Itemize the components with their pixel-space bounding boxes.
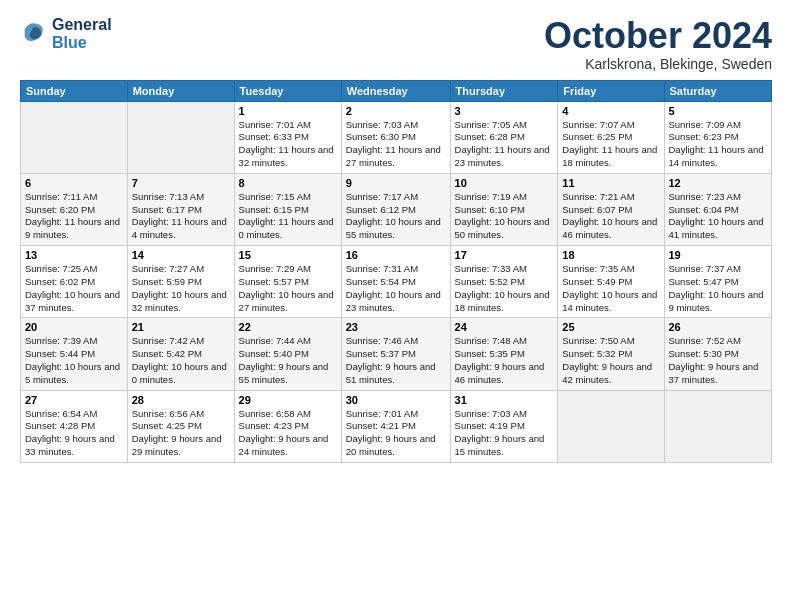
day-number: 21 <box>132 321 230 333</box>
calendar-cell: 20Sunrise: 7:39 AM Sunset: 5:44 PM Dayli… <box>21 318 128 390</box>
day-number: 5 <box>669 105 768 117</box>
col-saturday: Saturday <box>664 80 772 101</box>
day-info: Sunrise: 7:03 AM Sunset: 6:30 PM Dayligh… <box>346 119 446 170</box>
day-info: Sunrise: 7:50 AM Sunset: 5:32 PM Dayligh… <box>562 335 659 386</box>
title-block: October 2024 Karlskrona, Blekinge, Swede… <box>544 16 772 72</box>
day-info: Sunrise: 7:05 AM Sunset: 6:28 PM Dayligh… <box>455 119 554 170</box>
day-info: Sunrise: 7:44 AM Sunset: 5:40 PM Dayligh… <box>239 335 337 386</box>
logo: General Blue <box>20 16 112 51</box>
calendar-cell: 24Sunrise: 7:48 AM Sunset: 5:35 PM Dayli… <box>450 318 558 390</box>
day-number: 22 <box>239 321 337 333</box>
day-number: 19 <box>669 249 768 261</box>
day-number: 15 <box>239 249 337 261</box>
calendar-cell: 9Sunrise: 7:17 AM Sunset: 6:12 PM Daylig… <box>341 173 450 245</box>
calendar-table: Sunday Monday Tuesday Wednesday Thursday… <box>20 80 772 463</box>
calendar-cell <box>21 101 128 173</box>
day-info: Sunrise: 6:56 AM Sunset: 4:25 PM Dayligh… <box>132 408 230 459</box>
calendar-cell: 16Sunrise: 7:31 AM Sunset: 5:54 PM Dayli… <box>341 246 450 318</box>
day-number: 16 <box>346 249 446 261</box>
calendar-cell: 22Sunrise: 7:44 AM Sunset: 5:40 PM Dayli… <box>234 318 341 390</box>
day-number: 25 <box>562 321 659 333</box>
header: General Blue October 2024 Karlskrona, Bl… <box>20 16 772 72</box>
calendar-cell: 6Sunrise: 7:11 AM Sunset: 6:20 PM Daylig… <box>21 173 128 245</box>
page: General Blue October 2024 Karlskrona, Bl… <box>0 0 792 473</box>
calendar-cell: 8Sunrise: 7:15 AM Sunset: 6:15 PM Daylig… <box>234 173 341 245</box>
day-number: 27 <box>25 394 123 406</box>
day-info: Sunrise: 7:01 AM Sunset: 4:21 PM Dayligh… <box>346 408 446 459</box>
calendar-cell: 21Sunrise: 7:42 AM Sunset: 5:42 PM Dayli… <box>127 318 234 390</box>
day-number: 1 <box>239 105 337 117</box>
day-info: Sunrise: 7:35 AM Sunset: 5:49 PM Dayligh… <box>562 263 659 314</box>
day-info: Sunrise: 7:39 AM Sunset: 5:44 PM Dayligh… <box>25 335 123 386</box>
day-info: Sunrise: 7:03 AM Sunset: 4:19 PM Dayligh… <box>455 408 554 459</box>
calendar-cell: 5Sunrise: 7:09 AM Sunset: 6:23 PM Daylig… <box>664 101 772 173</box>
day-info: Sunrise: 7:07 AM Sunset: 6:25 PM Dayligh… <box>562 119 659 170</box>
calendar-cell: 23Sunrise: 7:46 AM Sunset: 5:37 PM Dayli… <box>341 318 450 390</box>
day-info: Sunrise: 7:21 AM Sunset: 6:07 PM Dayligh… <box>562 191 659 242</box>
calendar-cell: 19Sunrise: 7:37 AM Sunset: 5:47 PM Dayli… <box>664 246 772 318</box>
day-info: Sunrise: 7:11 AM Sunset: 6:20 PM Dayligh… <box>25 191 123 242</box>
day-number: 2 <box>346 105 446 117</box>
calendar-cell: 26Sunrise: 7:52 AM Sunset: 5:30 PM Dayli… <box>664 318 772 390</box>
header-row: Sunday Monday Tuesday Wednesday Thursday… <box>21 80 772 101</box>
day-number: 3 <box>455 105 554 117</box>
week-row: 13Sunrise: 7:25 AM Sunset: 6:02 PM Dayli… <box>21 246 772 318</box>
day-info: Sunrise: 7:17 AM Sunset: 6:12 PM Dayligh… <box>346 191 446 242</box>
day-number: 4 <box>562 105 659 117</box>
day-number: 6 <box>25 177 123 189</box>
col-thursday: Thursday <box>450 80 558 101</box>
week-row: 6Sunrise: 7:11 AM Sunset: 6:20 PM Daylig… <box>21 173 772 245</box>
day-info: Sunrise: 7:46 AM Sunset: 5:37 PM Dayligh… <box>346 335 446 386</box>
day-info: Sunrise: 7:37 AM Sunset: 5:47 PM Dayligh… <box>669 263 768 314</box>
col-tuesday: Tuesday <box>234 80 341 101</box>
day-number: 7 <box>132 177 230 189</box>
col-friday: Friday <box>558 80 664 101</box>
day-info: Sunrise: 7:25 AM Sunset: 6:02 PM Dayligh… <box>25 263 123 314</box>
day-number: 24 <box>455 321 554 333</box>
day-info: Sunrise: 7:19 AM Sunset: 6:10 PM Dayligh… <box>455 191 554 242</box>
week-row: 1Sunrise: 7:01 AM Sunset: 6:33 PM Daylig… <box>21 101 772 173</box>
day-info: Sunrise: 7:31 AM Sunset: 5:54 PM Dayligh… <box>346 263 446 314</box>
day-number: 11 <box>562 177 659 189</box>
calendar-cell: 31Sunrise: 7:03 AM Sunset: 4:19 PM Dayli… <box>450 390 558 462</box>
day-info: Sunrise: 7:23 AM Sunset: 6:04 PM Dayligh… <box>669 191 768 242</box>
day-info: Sunrise: 7:27 AM Sunset: 5:59 PM Dayligh… <box>132 263 230 314</box>
calendar-cell: 13Sunrise: 7:25 AM Sunset: 6:02 PM Dayli… <box>21 246 128 318</box>
day-number: 20 <box>25 321 123 333</box>
day-number: 10 <box>455 177 554 189</box>
col-sunday: Sunday <box>21 80 128 101</box>
calendar-cell: 30Sunrise: 7:01 AM Sunset: 4:21 PM Dayli… <box>341 390 450 462</box>
day-info: Sunrise: 6:58 AM Sunset: 4:23 PM Dayligh… <box>239 408 337 459</box>
day-number: 28 <box>132 394 230 406</box>
day-number: 18 <box>562 249 659 261</box>
calendar-cell: 12Sunrise: 7:23 AM Sunset: 6:04 PM Dayli… <box>664 173 772 245</box>
day-number: 26 <box>669 321 768 333</box>
day-info: Sunrise: 7:15 AM Sunset: 6:15 PM Dayligh… <box>239 191 337 242</box>
day-info: Sunrise: 7:48 AM Sunset: 5:35 PM Dayligh… <box>455 335 554 386</box>
day-number: 9 <box>346 177 446 189</box>
col-wednesday: Wednesday <box>341 80 450 101</box>
day-info: Sunrise: 7:33 AM Sunset: 5:52 PM Dayligh… <box>455 263 554 314</box>
calendar-cell: 7Sunrise: 7:13 AM Sunset: 6:17 PM Daylig… <box>127 173 234 245</box>
day-number: 23 <box>346 321 446 333</box>
day-info: Sunrise: 7:09 AM Sunset: 6:23 PM Dayligh… <box>669 119 768 170</box>
calendar-cell <box>558 390 664 462</box>
week-row: 20Sunrise: 7:39 AM Sunset: 5:44 PM Dayli… <box>21 318 772 390</box>
day-info: Sunrise: 7:13 AM Sunset: 6:17 PM Dayligh… <box>132 191 230 242</box>
calendar-cell: 11Sunrise: 7:21 AM Sunset: 6:07 PM Dayli… <box>558 173 664 245</box>
calendar-cell: 10Sunrise: 7:19 AM Sunset: 6:10 PM Dayli… <box>450 173 558 245</box>
day-number: 30 <box>346 394 446 406</box>
calendar-cell: 14Sunrise: 7:27 AM Sunset: 5:59 PM Dayli… <box>127 246 234 318</box>
day-info: Sunrise: 7:52 AM Sunset: 5:30 PM Dayligh… <box>669 335 768 386</box>
calendar-cell: 4Sunrise: 7:07 AM Sunset: 6:25 PM Daylig… <box>558 101 664 173</box>
subtitle: Karlskrona, Blekinge, Sweden <box>544 56 772 72</box>
calendar-cell: 15Sunrise: 7:29 AM Sunset: 5:57 PM Dayli… <box>234 246 341 318</box>
logo-text: General Blue <box>52 16 112 51</box>
calendar-cell: 1Sunrise: 7:01 AM Sunset: 6:33 PM Daylig… <box>234 101 341 173</box>
day-info: Sunrise: 7:42 AM Sunset: 5:42 PM Dayligh… <box>132 335 230 386</box>
calendar-cell: 17Sunrise: 7:33 AM Sunset: 5:52 PM Dayli… <box>450 246 558 318</box>
col-monday: Monday <box>127 80 234 101</box>
calendar-cell: 3Sunrise: 7:05 AM Sunset: 6:28 PM Daylig… <box>450 101 558 173</box>
calendar-cell: 27Sunrise: 6:54 AM Sunset: 4:28 PM Dayli… <box>21 390 128 462</box>
day-info: Sunrise: 6:54 AM Sunset: 4:28 PM Dayligh… <box>25 408 123 459</box>
